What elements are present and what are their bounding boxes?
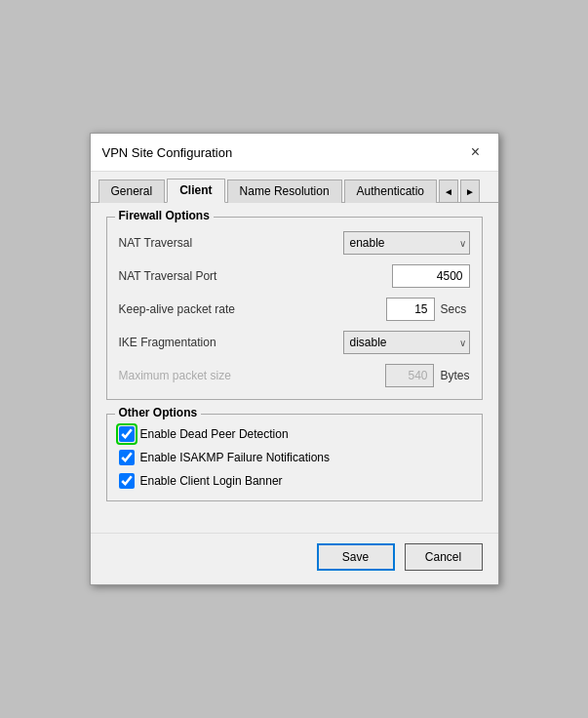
isakmp-failure-wrap [119,450,135,465]
tab-client[interactable]: Client [167,179,224,203]
vpn-dialog: VPN Site Configuration × General Client … [90,133,499,585]
isakmp-failure-checkbox[interactable] [119,450,135,465]
dead-peer-detection-label: Enable Dead Peer Detection [140,427,289,441]
max-packet-size-unit: Bytes [440,369,469,382]
other-options-group: Other Options Enable Dead Peer Detection… [106,414,483,501]
cancel-button[interactable]: Cancel [405,543,483,571]
client-login-banner-checkbox[interactable] [119,473,135,489]
nat-traversal-select[interactable]: enable disable [343,231,470,255]
firewall-group-label: Firewall Options [115,209,214,222]
tab-authentication[interactable]: Authenticatio [344,180,437,203]
ike-fragmentation-label: IKE Fragmentation [119,336,343,349]
title-bar: VPN Site Configuration × [91,134,498,172]
isakmp-failure-row: Enable ISAKMP Failure Notifications [119,450,470,465]
nat-traversal-port-label: NAT Traversal Port [119,269,392,283]
client-login-banner-wrap [119,473,135,489]
keepalive-row: Keep-alive packet rate Secs [119,298,470,321]
nat-traversal-label: NAT Traversal [119,236,343,250]
close-button[interactable]: × [465,141,487,163]
firewall-options-group: Firewall Options NAT Traversal enable di… [106,217,483,400]
dead-peer-detection-row: Enable Dead Peer Detection [119,426,470,442]
dialog-footer: Save Cancel [91,533,498,584]
keepalive-label: Keep-alive packet rate [119,302,386,316]
client-login-banner-label: Enable Client Login Banner [140,474,283,488]
keepalive-unit: Secs [441,302,470,316]
keepalive-control: Secs [386,298,470,321]
nat-traversal-port-control [392,264,470,288]
dialog-title: VPN Site Configuration [102,145,233,160]
nat-traversal-port-row: NAT Traversal Port [119,264,470,288]
tab-scroll-next[interactable]: ► [460,180,480,203]
dead-peer-detection-wrap [119,426,135,442]
dead-peer-detection-checkbox[interactable] [119,426,135,442]
isakmp-failure-label: Enable ISAKMP Failure Notifications [140,451,331,464]
content-area: Firewall Options NAT Traversal enable di… [91,203,498,529]
tab-general[interactable]: General [98,180,166,203]
client-login-banner-row: Enable Client Login Banner [119,473,470,489]
ike-fragmentation-row: IKE Fragmentation disable enable ∨ [119,331,470,354]
tab-name-resolution[interactable]: Name Resolution [227,180,342,203]
max-packet-size-label: Maximum packet size [119,369,386,382]
nat-traversal-port-input[interactable] [392,264,470,288]
ike-fragmentation-select-wrapper: disable enable ∨ [343,331,470,354]
save-button[interactable]: Save [317,543,395,571]
ike-fragmentation-select[interactable]: disable enable [343,331,470,354]
nat-traversal-select-wrapper: enable disable ∨ [343,231,470,255]
nat-traversal-control: enable disable ∨ [343,231,470,255]
ike-fragmentation-control: disable enable ∨ [343,331,470,354]
max-packet-size-input[interactable] [385,364,434,387]
keepalive-input[interactable] [386,298,435,321]
max-packet-size-row: Maximum packet size Bytes [119,364,470,387]
nat-traversal-row: NAT Traversal enable disable ∨ [119,231,470,255]
tab-bar: General Client Name Resolution Authentic… [91,172,498,203]
tab-scroll-prev[interactable]: ◄ [439,180,458,203]
max-packet-size-control: Bytes [385,364,469,387]
other-options-group-label: Other Options [115,406,202,419]
